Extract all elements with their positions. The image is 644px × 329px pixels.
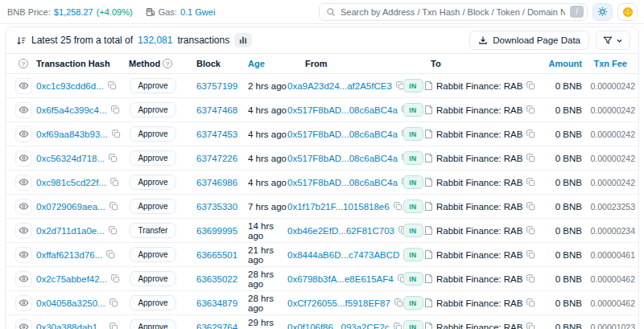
- copy-icon[interactable]: [110, 178, 119, 187]
- from-address-link[interactable]: 0x6798b3fA...e8E615AF4: [287, 274, 394, 284]
- view-details-button[interactable]: [15, 102, 32, 118]
- tx-hash-link[interactable]: 0xc56324d718...: [36, 154, 105, 163]
- search-input[interactable]: [341, 7, 565, 17]
- tx-hash-link[interactable]: 0x2c75abbef42...: [36, 274, 107, 284]
- from-address-link[interactable]: 0xa9A23d24...af2A5fCE3: [287, 81, 392, 91]
- to-address-link[interactable]: Rabbit Finance: RABBI...: [436, 250, 523, 260]
- copy-icon[interactable]: [526, 226, 535, 235]
- block-link[interactable]: 63746986: [196, 178, 237, 187]
- copy-icon[interactable]: [109, 298, 118, 307]
- to-address-link[interactable]: Rabbit Finance: RABBI...: [436, 226, 523, 236]
- method-badge[interactable]: Approve: [130, 102, 176, 117]
- copy-icon[interactable]: [526, 250, 535, 259]
- from-address-link[interactable]: 0x0f106f86...093a2CE2c: [287, 323, 390, 329]
- tx-hash-link[interactable]: 0x0729069aea...: [36, 202, 105, 212]
- method-badge[interactable]: Approve: [130, 150, 176, 166]
- copy-icon[interactable]: [526, 178, 535, 187]
- copy-icon[interactable]: [526, 323, 535, 329]
- view-details-button[interactable]: [15, 319, 32, 329]
- tx-hash-link[interactable]: 0x30a388dab1...: [36, 323, 105, 329]
- view-details-button[interactable]: [15, 78, 32, 94]
- copy-icon[interactable]: [526, 130, 535, 138]
- tx-hash-link[interactable]: 0xf69aa843b93...: [36, 130, 108, 139]
- transaction-count-link[interactable]: 132,081: [138, 35, 172, 46]
- block-link[interactable]: 63735330: [196, 202, 237, 212]
- copy-icon[interactable]: [111, 105, 120, 114]
- method-badge[interactable]: Approve: [130, 247, 176, 262]
- block-link[interactable]: 63747468: [196, 105, 237, 115]
- view-details-button[interactable]: [15, 199, 32, 215]
- view-details-button[interactable]: [15, 295, 32, 311]
- view-details-button[interactable]: [15, 223, 32, 239]
- header-amount[interactable]: Amount: [535, 59, 587, 68]
- view-details-button[interactable]: [15, 247, 32, 263]
- block-link[interactable]: 63635022: [196, 274, 237, 284]
- view-details-button[interactable]: [15, 126, 32, 142]
- tx-hash-link[interactable]: 0x6f5a4c399c4...: [36, 105, 107, 115]
- tx-hash-link[interactable]: 0x2d711d1a0e...: [36, 226, 105, 236]
- copy-icon[interactable]: [109, 323, 118, 329]
- header-txn-fee[interactable]: Txn Fee: [587, 59, 638, 68]
- from-address-link[interactable]: 0x517F8bAD...08c6aBC4a: [287, 154, 398, 163]
- view-details-button[interactable]: [15, 271, 32, 287]
- copy-icon[interactable]: [526, 154, 535, 162]
- chart-view-button[interactable]: [234, 33, 252, 47]
- view-details-button[interactable]: [15, 150, 32, 167]
- to-address-link[interactable]: Rabbit Finance: RABBI...: [436, 130, 523, 139]
- network-selector-button[interactable]: [617, 3, 638, 21]
- download-page-data-button[interactable]: Download Page Data: [469, 31, 589, 50]
- method-badge[interactable]: Approve: [130, 271, 176, 286]
- to-address-link[interactable]: Rabbit Finance: RABBI...: [436, 202, 523, 212]
- help-icon[interactable]: ?: [19, 59, 28, 68]
- method-help-icon[interactable]: ?: [163, 59, 172, 68]
- sort-icon[interactable]: [15, 35, 27, 46]
- from-address-link[interactable]: 0x517F8bAD...08c6aBC4a: [287, 105, 398, 115]
- block-link[interactable]: 63665501: [196, 250, 237, 260]
- copy-icon[interactable]: [526, 298, 535, 307]
- copy-icon[interactable]: [109, 202, 118, 211]
- copy-icon[interactable]: [112, 130, 121, 138]
- copy-icon[interactable]: [526, 202, 535, 211]
- method-badge[interactable]: Approve: [130, 126, 176, 142]
- filter-button[interactable]: [596, 31, 630, 50]
- method-badge[interactable]: Transfer: [130, 223, 176, 238]
- to-address-link[interactable]: Rabbit Finance: RABBI...: [436, 81, 523, 91]
- block-link[interactable]: 63629764: [196, 323, 237, 329]
- copy-icon[interactable]: [394, 323, 402, 329]
- block-link[interactable]: 63747226: [196, 154, 237, 163]
- to-address-link[interactable]: Rabbit Finance: RABBI...: [436, 178, 523, 187]
- copy-icon[interactable]: [106, 250, 115, 259]
- copy-icon[interactable]: [109, 226, 118, 235]
- tx-hash-link[interactable]: 0xc1c93cdd6d...: [36, 81, 104, 91]
- method-badge[interactable]: Approve: [130, 199, 176, 214]
- block-link[interactable]: 63747453: [196, 130, 237, 139]
- tx-hash-link[interactable]: 0xc981c5cd22f...: [36, 178, 106, 187]
- from-address-link[interactable]: 0x1f17b21F...1015818e6: [287, 202, 390, 212]
- copy-icon[interactable]: [394, 202, 402, 211]
- copy-icon[interactable]: [526, 274, 535, 283]
- from-address-link[interactable]: 0x517F8bAD...08c6aBC4a: [287, 130, 398, 139]
- copy-icon[interactable]: [111, 274, 120, 283]
- tx-hash-link[interactable]: 0xffaf6213d76...: [36, 250, 102, 260]
- copy-icon[interactable]: [109, 154, 118, 162]
- method-badge[interactable]: Approve: [130, 295, 176, 310]
- method-badge[interactable]: Approve: [130, 319, 176, 329]
- method-badge[interactable]: Approve: [130, 175, 176, 190]
- to-address-link[interactable]: Rabbit Finance: RABBI...: [436, 154, 523, 163]
- block-link[interactable]: 63699995: [196, 226, 237, 236]
- copy-icon[interactable]: [526, 81, 535, 90]
- to-address-link[interactable]: Rabbit Finance: RABBI...: [436, 298, 523, 308]
- from-address-link[interactable]: 0xCf726055...f5918EF87: [287, 298, 390, 308]
- copy-icon[interactable]: [526, 105, 535, 114]
- bnb-price-value-link[interactable]: $1,258.27: [54, 7, 93, 17]
- from-address-link[interactable]: 0xb46e2EfD...62F81C703: [287, 226, 394, 236]
- method-badge[interactable]: Approve: [130, 78, 176, 93]
- to-address-link[interactable]: Rabbit Finance: RABBI...: [436, 323, 523, 329]
- block-link[interactable]: 63634879: [196, 298, 237, 308]
- theme-toggle-button[interactable]: [592, 3, 613, 21]
- from-address-link[interactable]: 0x517F8bAD...08c6aBC4a: [287, 178, 398, 187]
- copy-icon[interactable]: [108, 81, 117, 90]
- search-bar[interactable]: /: [319, 3, 588, 21]
- tx-hash-link[interactable]: 0x04058a3250...: [36, 298, 105, 308]
- block-link[interactable]: 63757199: [196, 81, 237, 91]
